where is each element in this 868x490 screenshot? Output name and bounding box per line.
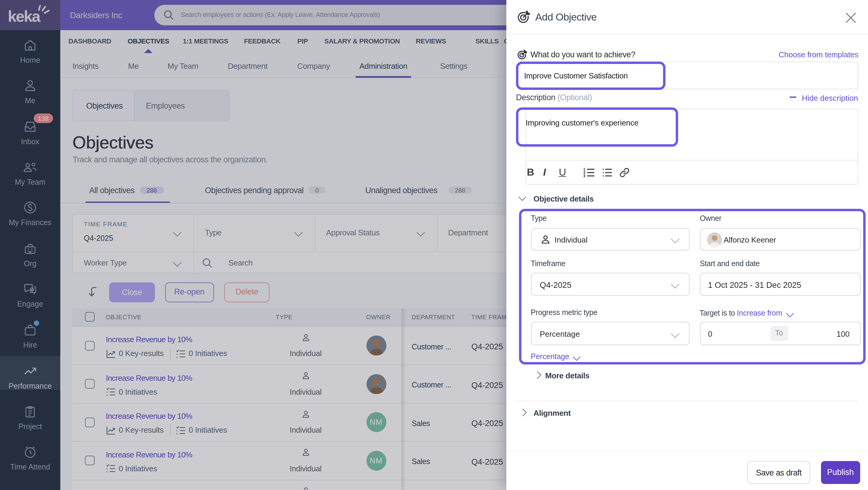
svg-text:3: 3 [584,174,585,177]
